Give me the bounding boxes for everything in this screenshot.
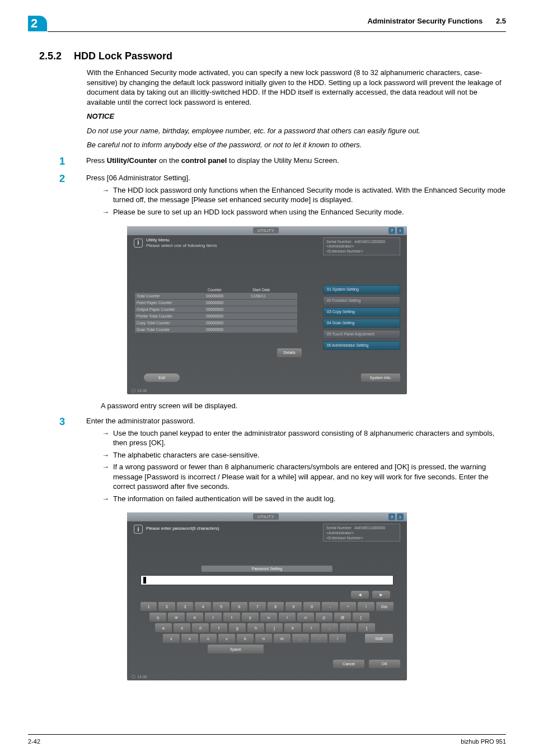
key[interactable]: b: [237, 634, 254, 643]
utility-side-menu: 01 System Setting 02 Function Setting 03…: [323, 285, 400, 352]
arrow-icon: →: [102, 207, 113, 217]
serial-block: Serial Number A4EW011000000 <Administrat…: [323, 524, 400, 542]
window-title: UTILITY: [253, 227, 279, 234]
key[interactable]: c: [200, 634, 217, 643]
key[interactable]: v: [218, 634, 235, 643]
ok-button[interactable]: OK: [369, 660, 400, 668]
key[interactable]: s: [174, 623, 190, 632]
key[interactable]: t: [223, 613, 240, 622]
key[interactable]: o: [297, 613, 314, 622]
step-3-note-3: If a wrong password or fewer than 8 alph…: [113, 462, 506, 492]
key[interactable]: ^: [340, 602, 356, 611]
key[interactable]: m: [274, 634, 291, 643]
key[interactable]: f: [210, 623, 227, 632]
key-space[interactable]: Space: [208, 645, 264, 654]
utility-menu-title: Utility Menu: [146, 237, 170, 242]
key[interactable]: -: [322, 602, 338, 611]
key[interactable]: a: [155, 623, 172, 632]
step-1-text: Press Utility/Counter on the control pan…: [86, 156, 506, 166]
key[interactable]: r: [205, 613, 222, 622]
key[interactable]: g: [229, 623, 246, 632]
utility-menu-subtitle: Please select one of following items: [146, 243, 217, 248]
key[interactable]: n: [255, 634, 272, 643]
table-row: Scan Total Counter00000000: [135, 326, 297, 333]
key[interactable]: 3: [177, 602, 193, 611]
step-number-2: 2: [59, 173, 86, 185]
info-top-icon[interactable]: i: [397, 514, 404, 520]
section-number: 2.5.2: [39, 50, 74, 62]
details-button[interactable]: Details: [277, 348, 302, 357]
cursor-left-button[interactable]: ◄: [351, 591, 369, 599]
key[interactable]: \: [358, 602, 374, 611]
key[interactable]: @: [334, 613, 351, 622]
cursor-right-button[interactable]: ►: [372, 591, 390, 599]
key[interactable]: k: [284, 623, 301, 632]
key[interactable]: /: [329, 634, 346, 643]
key[interactable]: 6: [231, 602, 247, 611]
key[interactable]: 1: [140, 602, 157, 611]
key[interactable]: i: [279, 613, 296, 622]
clock: 14:30: [132, 389, 147, 393]
key[interactable]: x: [181, 634, 198, 643]
help-icon[interactable]: ?: [388, 227, 395, 234]
menu-item-system-setting[interactable]: 01 System Setting: [323, 285, 400, 294]
header-breadcrumb: Administrator Security Functions 2.5: [367, 17, 506, 25]
system-info-button[interactable]: System Info.: [361, 374, 400, 382]
key[interactable]: 2: [158, 602, 175, 611]
key[interactable]: z: [163, 634, 180, 643]
key[interactable]: ,: [292, 634, 309, 643]
key[interactable]: q: [149, 613, 166, 622]
key[interactable]: p: [316, 613, 332, 622]
menu-item-touch-panel-adjustment[interactable]: 05 Touch Panel Adjustment: [323, 330, 400, 339]
key[interactable]: d: [192, 623, 209, 632]
step-3-note-2: The alphabetic characters are case-sensi…: [113, 450, 506, 460]
key[interactable]: 8: [268, 602, 284, 611]
arrow-icon: →: [102, 462, 113, 492]
arrow-icon: →: [102, 185, 113, 205]
exit-button[interactable]: Exit: [144, 374, 180, 382]
key-shift[interactable]: Shift: [365, 634, 393, 643]
header-section-number: 2.5: [496, 17, 506, 25]
key[interactable]: .: [311, 634, 327, 643]
table-row: Copy Total Counter00000000: [135, 320, 297, 326]
step-2-note-2: Please be sure to set up an HDD lock pas…: [113, 207, 506, 217]
key[interactable]: 7: [249, 602, 265, 611]
password-prompt: Please enter password(8 characters): [146, 526, 219, 531]
clock-icon: [132, 389, 135, 393]
key[interactable]: w: [168, 613, 185, 622]
notice-line-1: Do not use your name, birthday, employee…: [87, 126, 506, 136]
key[interactable]: ]: [358, 623, 375, 632]
menu-item-administrator-setting[interactable]: 06 Administrator Setting: [323, 341, 400, 350]
info-top-icon[interactable]: i: [397, 227, 404, 234]
key[interactable]: h: [247, 623, 264, 632]
key[interactable]: 0: [303, 602, 320, 611]
key[interactable]: ;: [321, 623, 338, 632]
cancel-button[interactable]: Cancel: [333, 660, 364, 668]
key[interactable]: :: [340, 623, 357, 632]
menu-item-copy-setting[interactable]: 03 Copy Setting: [323, 307, 400, 316]
arrow-icon: →: [102, 450, 113, 460]
step-number-3: 3: [59, 416, 86, 428]
key-delete[interactable]: Del.: [376, 602, 394, 611]
help-icon[interactable]: ?: [388, 514, 395, 520]
key[interactable]: 5: [213, 602, 229, 611]
key[interactable]: e: [186, 613, 203, 622]
footer-page-number: 2-42: [28, 738, 40, 745]
counter-table: CounterStart Date Total Counter000000001…: [135, 288, 297, 333]
key[interactable]: 9: [285, 602, 302, 611]
intro-paragraph: With the Enhanced Security mode activate…: [87, 68, 506, 107]
key[interactable]: l: [303, 623, 320, 632]
key[interactable]: y: [242, 613, 259, 622]
key[interactable]: j: [266, 623, 283, 632]
clock: 14:30: [132, 675, 147, 679]
text-cursor: [143, 577, 146, 584]
menu-item-scan-setting[interactable]: 04 Scan Setting: [323, 319, 400, 328]
menu-item-function-setting[interactable]: 02 Function Setting: [323, 296, 400, 305]
key[interactable]: u: [260, 613, 277, 622]
header-section-title: Administrator Security Functions: [367, 17, 483, 25]
key[interactable]: [: [353, 613, 369, 622]
key[interactable]: 4: [195, 602, 211, 611]
password-input[interactable]: [140, 575, 394, 585]
step-2-after-text: A password entry screen will be displaye…: [101, 401, 506, 411]
step-2-text: Press [06 Administrator Setting].: [86, 173, 506, 183]
